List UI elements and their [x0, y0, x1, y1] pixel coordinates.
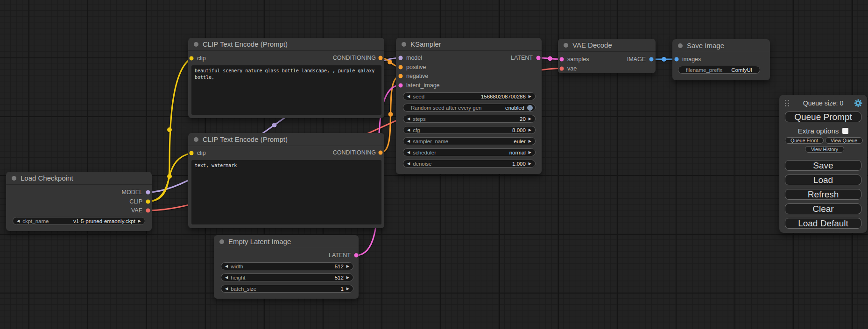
input-port-positive[interactable] [399, 65, 403, 69]
increment-icon[interactable]: ▶ [138, 219, 141, 223]
collapse-dot-icon[interactable] [219, 239, 224, 244]
increment-icon[interactable]: ▶ [529, 128, 531, 132]
widget-width[interactable]: ◀ width 512 ▶ [221, 262, 353, 270]
decrement-icon[interactable]: ◀ [407, 95, 410, 98]
increment-icon[interactable]: ▶ [346, 287, 349, 291]
increment-icon[interactable]: ▶ [529, 151, 531, 154]
comfy-menu-panel[interactable]: Queue size: 0 Queue Prompt Extra options [779, 95, 867, 233]
node-save-image[interactable]: Save Image images filename_prefix ComfyU… [672, 39, 770, 80]
input-port-latent-image[interactable] [399, 83, 403, 87]
node-title: KSampler [410, 40, 441, 48]
node-header[interactable]: CLIP Text Encode (Prompt) [188, 133, 384, 146]
input-port-clip[interactable] [190, 151, 194, 155]
increment-icon[interactable]: ▶ [529, 95, 531, 98]
node-header[interactable]: KSampler [396, 38, 542, 51]
output-port-image[interactable] [649, 57, 654, 62]
decrement-icon[interactable]: ◀ [225, 265, 228, 268]
widget-value: 20 [520, 116, 526, 122]
queue-prompt-button[interactable]: Queue Prompt [785, 112, 861, 122]
widget-scheduler[interactable]: ◀ scheduler normal ▶ [403, 148, 536, 156]
increment-icon[interactable]: ▶ [529, 162, 531, 166]
output-label-clip: CLIP [129, 198, 142, 205]
widget-value: 1 [340, 286, 343, 292]
widget-random-seed-toggle[interactable]: Random seed after every gen enabled [403, 104, 536, 112]
node-header[interactable]: Save Image [672, 39, 770, 52]
widget-value: 156680208700286 [481, 94, 526, 99]
decrement-icon[interactable]: ◀ [225, 276, 228, 280]
node-load-checkpoint[interactable]: Load Checkpoint MODEL CLIP VAE ◀ ckpt_na… [6, 172, 152, 231]
collapse-dot-icon[interactable] [402, 42, 406, 47]
input-label-clip: clip [197, 55, 206, 62]
decrement-icon[interactable]: ◀ [407, 151, 410, 154]
decrement-icon[interactable]: ◀ [407, 117, 410, 121]
widget-ckpt-name[interactable]: ◀ ckpt_name v1-5-pruned-emaonly.ckpt ▶ [13, 217, 145, 225]
settings-gear-icon[interactable] [854, 99, 862, 109]
decrement-icon[interactable]: ◀ [225, 287, 228, 291]
node-ksampler[interactable]: KSampler model positive negative latent_… [396, 38, 542, 174]
input-port-images[interactable] [675, 57, 679, 62]
clear-button[interactable]: Clear [785, 203, 861, 214]
widget-steps[interactable]: ◀ steps 20 ▶ [403, 115, 536, 123]
input-port-vae[interactable] [560, 66, 564, 70]
link-dot-model [272, 123, 277, 127]
node-empty-latent-image[interactable]: Empty Latent Image LATENT ◀ width 512 ▶ … [214, 235, 359, 299]
toggle-icon[interactable] [527, 105, 533, 111]
node-header[interactable]: Empty Latent Image [214, 235, 359, 248]
view-queue-button[interactable]: View Queue [825, 137, 863, 144]
refresh-button[interactable]: Refresh [785, 189, 861, 200]
increment-icon[interactable]: ▶ [346, 276, 349, 280]
widget-filename-prefix[interactable]: filename_prefix ComfyUI [678, 66, 760, 74]
output-port-conditioning[interactable] [379, 151, 383, 155]
output-port-clip[interactable] [146, 199, 150, 203]
input-label-clip: clip [197, 150, 206, 156]
collapse-dot-icon[interactable] [678, 43, 683, 48]
increment-icon[interactable]: ▶ [346, 265, 349, 268]
node-clip-text-encode-negative[interactable]: CLIP Text Encode (Prompt) clip CONDITION… [188, 133, 384, 228]
collapse-dot-icon[interactable] [194, 42, 198, 47]
prompt-textarea[interactable]: beautiful scenery nature glass bottle la… [191, 65, 381, 115]
widget-label: height [231, 275, 245, 280]
collapse-dot-icon[interactable] [194, 137, 198, 142]
output-port-vae[interactable] [146, 209, 150, 213]
widget-batch-size[interactable]: ◀ batch_size 1 ▶ [221, 285, 353, 293]
output-port-latent[interactable] [354, 253, 359, 258]
queue-front-button[interactable]: Queue Front [785, 137, 824, 144]
output-port-latent[interactable] [536, 56, 541, 60]
widget-cfg[interactable]: ◀ cfg 8.000 ▶ [403, 126, 536, 134]
collapse-dot-icon[interactable] [564, 43, 568, 48]
node-header[interactable]: Load Checkpoint [6, 172, 152, 185]
extra-options-checkbox[interactable] [842, 128, 848, 134]
output-port-conditioning[interactable] [379, 56, 383, 60]
widget-height[interactable]: ◀ height 512 ▶ [221, 273, 353, 281]
widget-sampler-name[interactable]: ◀ sampler_name euler ▶ [403, 137, 536, 145]
increment-icon[interactable]: ▶ [529, 117, 531, 121]
input-port-samples[interactable] [560, 57, 564, 62]
output-label-vae: VAE [131, 207, 142, 214]
load-button[interactable]: Load [785, 175, 861, 185]
widget-seed[interactable]: ◀ seed 156680208700286 ▶ [403, 92, 536, 100]
decrement-icon[interactable]: ◀ [407, 128, 410, 132]
prompt-textarea[interactable]: text, watermark [191, 160, 381, 224]
view-history-button[interactable]: View History [805, 146, 844, 153]
widget-label: cfg [413, 127, 420, 133]
input-label-images: images [682, 56, 701, 63]
graph-canvas[interactable]: Load Checkpoint MODEL CLIP VAE ◀ ckpt_na… [0, 0, 868, 329]
decrement-icon[interactable]: ◀ [407, 162, 410, 166]
increment-icon[interactable]: ▶ [529, 140, 531, 143]
decrement-icon[interactable]: ◀ [407, 140, 410, 143]
decrement-icon[interactable]: ◀ [17, 219, 20, 223]
save-button[interactable]: Save [785, 160, 861, 171]
input-port-negative[interactable] [399, 74, 403, 78]
load-default-button[interactable]: Load Default [785, 218, 861, 229]
input-port-clip[interactable] [190, 56, 194, 61]
node-header[interactable]: VAE Decode [558, 39, 656, 52]
collapse-dot-icon[interactable] [12, 176, 16, 181]
widget-denoise[interactable]: ◀ denoise 1.000 ▶ [403, 160, 536, 168]
output-port-model[interactable] [146, 190, 150, 195]
node-clip-text-encode-positive[interactable]: CLIP Text Encode (Prompt) clip CONDITION… [188, 38, 384, 118]
drag-handle-icon[interactable] [785, 100, 789, 106]
link-dot-negative [388, 112, 393, 117]
node-vae-decode[interactable]: VAE Decode samples vae IMAGE [558, 39, 656, 73]
input-port-model[interactable] [399, 56, 403, 60]
node-header[interactable]: CLIP Text Encode (Prompt) [188, 38, 384, 51]
